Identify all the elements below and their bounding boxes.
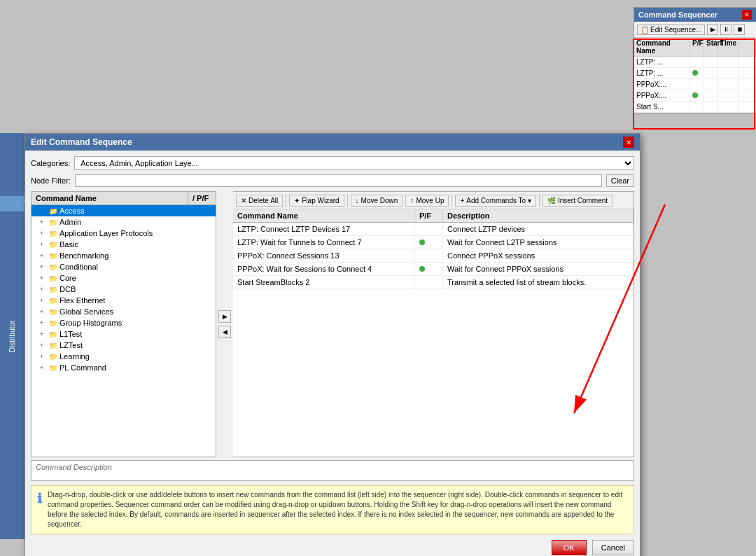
expand-icon-admin[interactable]: + (40, 218, 47, 225)
folder-icon-lztest: 📁 (49, 342, 57, 349)
ok-button[interactable]: OK (552, 540, 587, 555)
tree-item-app-layer[interactable]: + 📁 Application Layer Protocols (31, 228, 216, 239)
expand-icon-learning[interactable]: + (40, 353, 47, 360)
delete-all-button[interactable]: ✕ Delete All (236, 195, 283, 207)
expand-icon-global-services[interactable]: + (40, 308, 47, 315)
node-filter-input[interactable] (75, 174, 602, 187)
move-down-icon: ↓ (356, 197, 359, 204)
pf-dot-2 (419, 239, 425, 245)
cmd-row-3-desc: Connect PPPoX sessions (443, 249, 634, 262)
cmd-row-4: PPPoX: Wait for Sessions to Connect 4 Wa… (233, 263, 634, 276)
expand-icon-l1test[interactable]: + (40, 331, 47, 338)
expand-icon-group-histograms[interactable]: + (40, 319, 47, 326)
move-up-button[interactable]: ↑ Move Up (405, 195, 449, 207)
expand-icon-core[interactable]: + (40, 274, 47, 282)
info-bar: ℹ Drag-n-drop, double-click or use add/d… (31, 485, 634, 534)
cancel-button[interactable]: Cancel (592, 540, 634, 555)
cs-pause-button[interactable]: ⏸ (720, 24, 732, 35)
main-panels: Command Name / P/F + 📁 Access + 📁 Admin (31, 191, 634, 457)
tree-item-access[interactable]: + 📁 Access (31, 205, 216, 216)
cs-row-name: PPPoX:... (634, 90, 690, 101)
toolbar-sep-3 (451, 194, 452, 207)
tree-item-pl-command[interactable]: + 📁 PL Command (31, 362, 216, 373)
cs-row: Start S... (634, 102, 756, 113)
clear-button[interactable]: Clear (606, 174, 634, 187)
cmd-row-3: PPPoX: Connect Sessions 13 Connect PPPoX… (233, 249, 634, 263)
tree-item-admin[interactable]: + 📁 Admin (31, 216, 216, 228)
tree-container[interactable]: + 📁 Access + 📁 Admin + 📁 Application Lay… (31, 205, 216, 457)
expand-icon-lztest[interactable]: + (40, 342, 47, 349)
folder-icon-conditional: 📁 (49, 263, 57, 271)
flap-wizard-icon: ✦ (294, 197, 300, 204)
tree-item-learning[interactable]: + 📁 Learning (31, 351, 216, 362)
cs-stop-button[interactable]: ⏹ (734, 24, 745, 35)
cmd-row-5-pf (415, 276, 443, 289)
tree-label-group-histograms: Group Histograms (59, 319, 122, 327)
cs-row-name: LZTP: ... (634, 68, 690, 78)
flap-wizard-button[interactable]: ✦ Flap Wizard (289, 195, 344, 207)
pf-indicator (692, 92, 698, 98)
tree-item-conditional[interactable]: + 📁 Conditional (31, 261, 216, 272)
dialog-close-button[interactable]: ✕ (623, 137, 634, 148)
tree-item-flex-ethernet[interactable]: + 📁 Flex Ethernet (31, 295, 216, 306)
expand-icon-pl-command[interactable]: + (40, 364, 47, 371)
expand-icon-access[interactable]: + (40, 207, 47, 214)
cs-edit-sequence-button[interactable]: 📋 Edit Sequence... (637, 25, 705, 35)
tree-item-core[interactable]: + 📁 Core (31, 272, 216, 284)
arrow-left-button[interactable]: ◀ (218, 326, 231, 338)
cs-row: PPPoX:... (634, 90, 756, 102)
expand-icon-dcb[interactable]: + (40, 286, 47, 293)
move-down-label: Move Down (361, 197, 398, 204)
tree-label-basic: Basic (59, 240, 78, 249)
expand-icon-conditional[interactable]: + (40, 263, 47, 270)
tree-item-global-services[interactable]: + 📁 Global Services (31, 306, 216, 317)
cmd-col-description: Description (443, 209, 634, 222)
move-up-label: Move Up (416, 197, 444, 204)
tree-label-lztest: LZTest (59, 341, 83, 349)
arrow-right-button[interactable]: ▶ (218, 310, 231, 323)
add-commands-to-button[interactable]: + Add Commands To ▾ (455, 195, 536, 207)
pf-indicator (692, 70, 698, 76)
tree-item-basic[interactable]: + 📁 Basic (31, 239, 216, 250)
folder-icon-benchmarking: 📁 (49, 252, 57, 260)
categories-select[interactable]: Access, Admin, Application Laye... (74, 156, 634, 170)
cs-play-button[interactable]: ▶ (707, 24, 718, 35)
expand-icon-benchmarking[interactable]: + (40, 252, 47, 259)
insert-comment-icon: 🌿 (547, 197, 556, 204)
tree-item-benchmarking[interactable]: + 📁 Benchmarking (31, 250, 216, 261)
move-down-button[interactable]: ↓ Move Down (351, 195, 403, 207)
tree-label-benchmarking: Benchmarking (59, 251, 108, 260)
tree-item-l1test[interactable]: + 📁 L1Test (31, 328, 216, 340)
cmd-row-1-desc: Connect LZTP devices (443, 223, 634, 235)
folder-icon-flex-ethernet: 📁 (49, 297, 57, 305)
pf-dot-4 (419, 266, 425, 272)
folder-icon-admin: 📁 (49, 218, 57, 226)
cs-col-pf: P/F (690, 38, 704, 56)
cs-col-name: Command Name (634, 38, 690, 56)
expand-icon-basic[interactable]: + (40, 241, 47, 248)
cs-table-header: Command Name P/F Start Time (634, 38, 756, 57)
command-sequencer-panel: Command Sequencer ✕ 📋 Edit Sequence... ▶… (634, 7, 756, 113)
cs-close-button[interactable]: ✕ (742, 10, 752, 20)
flap-wizard-label: Flap Wizard (302, 197, 339, 204)
folder-icon-core: 📁 (49, 274, 57, 282)
tree-item-lztest[interactable]: + 📁 LZTest (31, 340, 216, 351)
add-commands-label: Add Commands To ▾ (466, 197, 531, 204)
tree-item-group-histograms[interactable]: + 📁 Group Histograms (31, 317, 216, 328)
cmd-row-1: LZTP: Connect LZTP Devices 17 Connect LZ… (233, 223, 634, 236)
cmd-col-pf: P/F (415, 209, 443, 222)
expand-icon-app-layer[interactable]: + (40, 230, 47, 237)
cs-row-time (718, 68, 739, 78)
toolbar-sep-1 (286, 194, 286, 207)
insert-comment-button[interactable]: 🌿 Insert Comment (542, 195, 612, 207)
command-description-label: Command Description (36, 463, 112, 471)
cmd-row-2-pf (415, 236, 443, 249)
folder-icon-access: 📁 (49, 207, 57, 215)
cs-row-name: Start S... (634, 102, 690, 112)
add-commands-icon: + (460, 197, 464, 204)
cs-edit-seq-icon: 📋 (640, 26, 649, 34)
expand-icon-flex-ethernet[interactable]: + (40, 297, 47, 304)
tree-item-dcb[interactable]: + 📁 DCB (31, 284, 216, 295)
tree-label-conditional: Conditional (59, 263, 98, 271)
commands-table[interactable]: Command Name P/F Description LZTP: Conne… (233, 209, 634, 457)
